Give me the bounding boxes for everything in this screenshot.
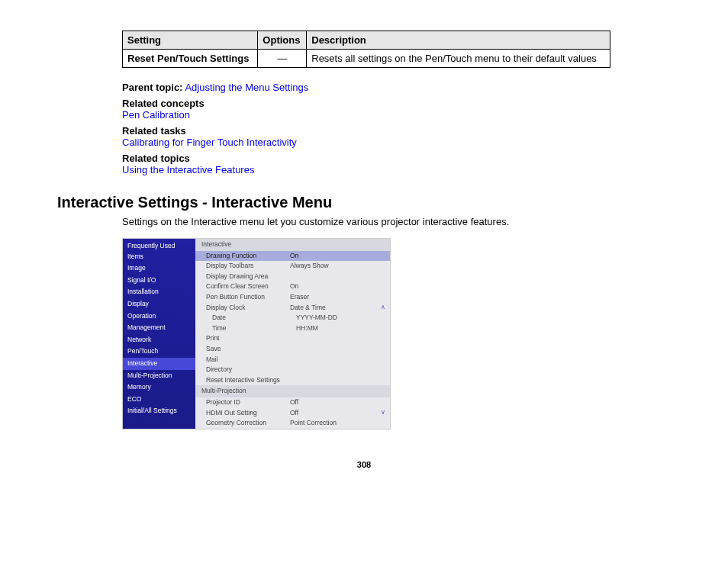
sidebar-item[interactable]: Initial/All Settings (123, 405, 195, 417)
menu-row-label: Display Toolbars (206, 261, 290, 272)
menu-row-value (290, 344, 384, 355)
menu-row[interactable]: Reset Interactive Settings (195, 375, 390, 386)
sidebar-item[interactable]: Image (123, 262, 195, 275)
menu-row[interactable]: HDMI Out SettingOff∨ (195, 408, 390, 419)
menu-row-label: Directory (206, 365, 290, 375)
section-description: Settings on the Interactive menu let you… (122, 216, 610, 227)
th-description: Description (307, 31, 610, 50)
sidebar-item[interactable]: Frequently Used Items (123, 240, 195, 262)
menu-row[interactable]: Save (195, 344, 390, 355)
menu-row-value (290, 355, 384, 365)
menu-row-label: Print (206, 333, 290, 344)
parent-topic-link[interactable]: Adjusting the Menu Settings (185, 82, 308, 93)
related-tasks-link[interactable]: Calibrating for Finger Touch Interactivi… (122, 137, 297, 148)
menu-row-value (290, 333, 384, 344)
menu-row-value: HH:MM (296, 323, 384, 334)
sidebar-item[interactable]: Signal I/O (123, 275, 195, 287)
menu-screenshot: Frequently Used ItemsImageSignal I/OInst… (122, 238, 391, 429)
menu-row-label: Save (206, 344, 290, 355)
chevron-down-icon: ∨ (381, 408, 385, 418)
menu-row[interactable]: Display ClockDate & Time∧ (195, 303, 390, 314)
menu-row[interactable]: Print (195, 333, 390, 344)
menu-row[interactable]: TimeHH:MM (195, 323, 390, 334)
related-concepts-link[interactable]: Pen Calibration (122, 109, 190, 121)
menu-row[interactable]: Drawing FunctionOn (195, 251, 390, 262)
menu-row-value: Off (290, 408, 384, 419)
sidebar-item[interactable]: Management (123, 322, 195, 334)
menu-row-label: Date (212, 313, 296, 323)
sidebar-item[interactable]: Installation (123, 286, 195, 298)
menu-row-value: Always Show (290, 261, 384, 272)
menu-row-label: Time (212, 323, 296, 334)
menu-row-value: On (290, 282, 384, 292)
sidebar-item[interactable]: Multi-Projection (123, 370, 195, 382)
menu-row-value (290, 365, 384, 375)
sidebar-item[interactable]: Operation (123, 310, 195, 323)
th-setting: Setting (123, 31, 258, 50)
cell-options: — (258, 50, 307, 68)
menu-row-label: Geometry Correction (206, 418, 290, 429)
menu-row[interactable]: Pen Button FunctionEraser (195, 292, 390, 303)
menu-row[interactable]: Display Drawing Area (195, 272, 390, 282)
menu-row[interactable]: Projector IDOff (195, 397, 390, 408)
menu-row[interactable]: Display ToolbarsAlways Show (195, 261, 390, 272)
menu-row-label: Mail (206, 355, 290, 365)
menu-row-label: Reset Interactive Settings (206, 375, 290, 386)
th-options: Options (258, 31, 307, 50)
settings-table: Setting Options Description Reset Pen/To… (122, 31, 610, 68)
menu-row-label: Projector ID (206, 397, 290, 408)
table-row: Reset Pen/Touch Settings — Resets all se… (123, 50, 610, 68)
menu-row[interactable]: Confirm Clear ScreenOn (195, 282, 390, 292)
cell-description: Resets all settings on the Pen/Touch men… (307, 50, 610, 68)
sidebar-item[interactable]: Network (123, 334, 195, 346)
cell-setting: Reset Pen/Touch Settings (123, 50, 258, 68)
sidebar-item[interactable]: Display (123, 298, 195, 310)
menu-row-label: Drawing Function (206, 251, 290, 262)
page-number: 308 (46, 460, 682, 469)
related-tasks-label: Related tasks (122, 125, 186, 137)
menu-row[interactable]: Directory (195, 365, 390, 375)
related-topics-label: Related topics (122, 153, 190, 164)
sidebar-item[interactable]: Memory (123, 381, 195, 394)
menu-row-label: Pen Button Function (206, 292, 290, 303)
menu-row-value: On (290, 251, 384, 262)
menu-row-label: Display Drawing Area (206, 272, 290, 282)
section-heading: Interactive Settings - Interactive Menu (57, 194, 610, 211)
menu-row-value (290, 272, 384, 282)
menu-row-label: HDMI Out Setting (206, 408, 290, 419)
menu-section-header: Multi-Projection (195, 385, 390, 397)
menu-row[interactable]: Geometry CorrectionPoint Correction (195, 418, 390, 429)
menu-row-value: Date & Time (290, 303, 384, 314)
sidebar-item[interactable]: Interactive (123, 358, 195, 370)
related-topics-link[interactable]: Using the Interactive Features (122, 164, 254, 175)
menu-row[interactable]: DateYYYY-MM-DD (195, 313, 390, 323)
menu-row-value (290, 375, 384, 386)
menu-row-value: YYYY-MM-DD (296, 313, 384, 323)
chevron-up-icon: ∧ (381, 303, 385, 313)
menu-row-label: Display Clock (206, 303, 290, 314)
sidebar-item[interactable]: Pen/Touch (123, 346, 195, 358)
related-concepts-label: Related concepts (122, 98, 205, 109)
menu-row-value: Point Correction (290, 418, 384, 429)
menu-section-header: Interactive (195, 239, 390, 251)
menu-row[interactable]: Mail (195, 355, 390, 365)
sidebar-item[interactable]: ECO (123, 394, 195, 406)
menu-row-value: Off (290, 397, 384, 408)
menu-row-value: Eraser (290, 292, 384, 303)
parent-topic-label: Parent topic: (122, 82, 182, 93)
menu-row-label: Confirm Clear Screen (206, 282, 290, 292)
